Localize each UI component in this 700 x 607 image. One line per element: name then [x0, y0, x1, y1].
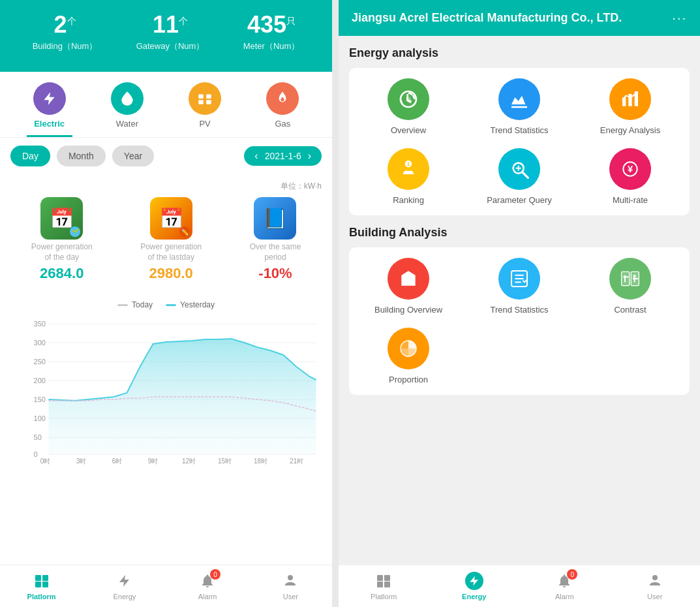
nav-platform-label: Platlorm [27, 593, 56, 600]
nav-alarm-label: Alarm [198, 593, 217, 600]
analysis-energy[interactable]: Energy Analysis [581, 78, 679, 135]
gateway-count: 11个 [136, 13, 205, 37]
left-bottom-nav: Platlorm Energy 0 Alarm User [0, 565, 332, 607]
legend-yesterday: Yesterday [166, 300, 215, 309]
svg-text:200: 200 [34, 377, 46, 384]
nav-user[interactable]: User [267, 572, 313, 600]
energy-type-tabs: Electric Water PV Gas [0, 72, 332, 138]
tab-pv[interactable]: PV [182, 82, 228, 137]
month-btn[interactable]: Month [57, 146, 106, 166]
tab-electric[interactable]: Electric [27, 82, 72, 137]
energy-analysis-title: Energy analysis [349, 46, 690, 60]
svg-rect-35 [628, 94, 632, 106]
water-label: Water [116, 119, 138, 129]
year-btn[interactable]: Year [112, 146, 154, 166]
header-dots[interactable]: ··· [672, 10, 687, 25]
right-header-title: Jiangsu Acrel Electrical Manufacturing C… [352, 11, 622, 25]
energy-analysis-label: Energy Analysis [600, 125, 661, 135]
today-icon: 📅 🌱 [40, 197, 83, 240]
stat-card-period: 📘 Over the sameperiod -10% [250, 197, 301, 282]
ranking-icon: 1 [388, 148, 429, 190]
contrast-icon [609, 258, 651, 300]
gas-label: Gas [275, 119, 290, 129]
energy-analysis-icon [609, 78, 651, 120]
analysis-bld-trend[interactable]: Trend Statistics [470, 258, 568, 315]
lastday-card-label: Power generationof the lastday [140, 242, 202, 262]
legend-today: Today [117, 300, 153, 309]
right-nav-user-label: User [647, 593, 662, 600]
analysis-contrast[interactable]: Contrast [581, 258, 679, 315]
stat-card-lastday: 📅 ✏️ Power generationof the lastday 2980… [140, 197, 202, 282]
svg-rect-0 [198, 95, 204, 99]
multi-rate-label: Multi-rate [613, 195, 648, 205]
building-stat: 2个 Building（Num） [33, 13, 98, 52]
right-alarm-icon: 0 [555, 572, 573, 590]
multi-rate-icon: ¥ [609, 148, 651, 190]
right-nav-energy-label: Energy [462, 593, 486, 600]
chart-container: 350 300 250 200 150 100 50 0 [10, 315, 322, 465]
overview-icon [388, 78, 429, 120]
today-card-label: Power generationof the day [31, 242, 93, 262]
right-nav-platform[interactable]: Platlorm [361, 572, 406, 600]
svg-point-33 [406, 97, 411, 102]
nav-platform[interactable]: Platlorm [19, 572, 65, 600]
analysis-bld-overview[interactable]: Building Overview [359, 258, 457, 315]
svg-text:12时: 12时 [182, 458, 196, 465]
right-user-icon [646, 572, 664, 590]
right-content: Energy analysis Overview Trend Statistic… [339, 36, 700, 565]
svg-text:300: 300 [34, 339, 46, 347]
right-nav-alarm[interactable]: 0 Alarm [541, 572, 587, 600]
lastday-icon: 📅 ✏️ [150, 197, 192, 240]
right-energy-icon [465, 572, 483, 590]
trend-stats-icon [498, 78, 540, 120]
electric-label: Electric [34, 119, 65, 129]
chart-legend: Today Yesterday [10, 300, 322, 309]
svg-point-61 [652, 575, 658, 580]
stat-card-today: 📅 🌱 Power generationof the day 2684.0 [31, 197, 93, 282]
left-panel: 2个 Building（Num） 11个 Gateway（Num） 435只 M… [0, 0, 332, 607]
current-date: 2021-1-6 [265, 151, 301, 161]
svg-text:21时: 21时 [290, 458, 303, 465]
right-nav-user[interactable]: User [632, 572, 678, 600]
alarm-badge: 0 [210, 569, 221, 580]
analysis-overview[interactable]: Overview [359, 78, 457, 135]
analysis-param-query[interactable]: Parameter Query [470, 148, 568, 205]
legend-yesterday-label: Yesterday [180, 300, 215, 309]
right-alarm-badge: 0 [567, 569, 577, 580]
chart-section: Today Yesterday 350 300 250 200 150 100 … [0, 292, 332, 565]
svg-rect-31 [42, 582, 48, 587]
analysis-ranking[interactable]: 1 Ranking [359, 148, 457, 205]
right-platform-icon [374, 572, 393, 590]
analysis-trend-stats[interactable]: Trend Statistics [470, 78, 568, 135]
tab-gas[interactable]: Gas [260, 82, 305, 137]
ranking-label: Ranking [393, 195, 424, 205]
analysis-proportion[interactable]: Proportion [359, 328, 457, 384]
prev-date-btn[interactable]: ‹ [252, 150, 260, 162]
right-nav-energy[interactable]: Energy [451, 572, 497, 600]
platform-icon [33, 572, 51, 590]
nav-energy[interactable]: Energy [102, 572, 147, 600]
pv-icon [189, 82, 221, 115]
analysis-multi-rate[interactable]: ¥ Multi-rate [581, 148, 679, 205]
svg-rect-28 [35, 575, 41, 581]
meter-label: Meter（Num） [243, 40, 300, 52]
building-analysis-grid: Building Overview Trend Statistics Contr… [349, 247, 690, 395]
param-query-icon [498, 148, 540, 190]
svg-rect-57 [377, 575, 383, 581]
next-date-btn[interactable]: › [305, 150, 314, 162]
svg-rect-2 [198, 100, 204, 104]
period-card-label: Over the sameperiod [250, 242, 301, 262]
tab-water[interactable]: Water [104, 82, 150, 137]
period-icon: 📘 [254, 197, 296, 240]
period-value: -10% [258, 265, 292, 282]
trend-stats-label: Trend Statistics [490, 125, 548, 135]
nav-alarm[interactable]: 0 Alarm [185, 572, 230, 600]
svg-line-40 [523, 172, 528, 178]
building-analysis-title: Building Analysis [349, 226, 690, 240]
day-btn[interactable]: Day [10, 146, 50, 166]
svg-text:3时: 3时 [76, 458, 87, 465]
building-label: Building（Num） [33, 40, 98, 52]
svg-text:350: 350 [34, 320, 46, 328]
svg-text:18时: 18时 [254, 458, 267, 465]
today-value: 2684.0 [40, 265, 84, 282]
